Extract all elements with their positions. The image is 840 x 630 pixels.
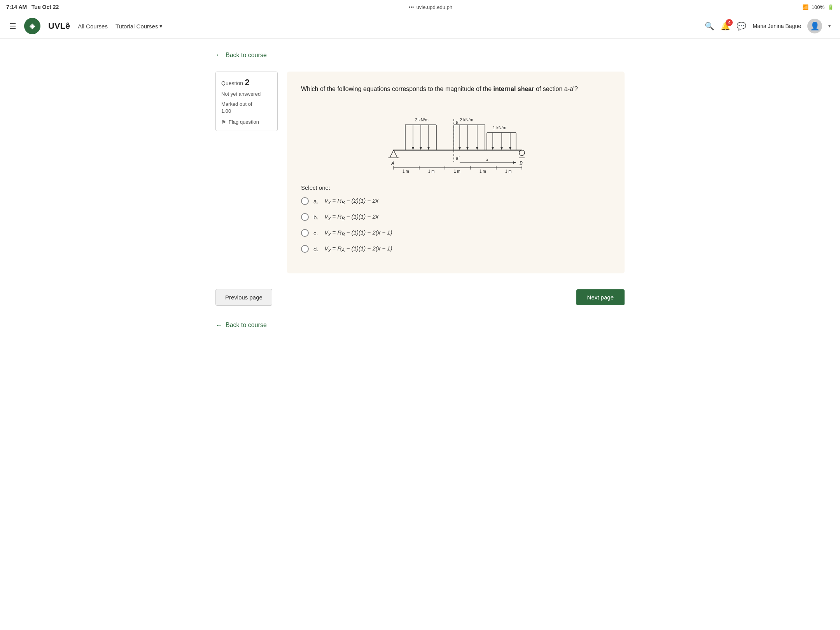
radio-a[interactable] — [301, 197, 309, 205]
option-d[interactable]: d. Vx = RA − (1)(1) − 2(x − 1) — [301, 245, 611, 253]
page-content: ← Back to course Question 2 Not yet answ… — [206, 38, 634, 354]
notification-badge: 4 — [726, 19, 733, 26]
navbar: ☰ ◈ UVLê All Courses Tutorial Courses ▾ … — [0, 14, 840, 38]
battery-icon: 🔋 — [828, 4, 834, 10]
quiz-container: Question 2 Not yet answered Marked out o… — [215, 72, 625, 273]
question-text: Which of the following equations corresp… — [301, 84, 611, 94]
battery-text: 100% — [812, 4, 824, 10]
option-b-letter: b. — [313, 214, 320, 220]
tutorial-courses-dropdown[interactable]: Tutorial Courses ▾ — [116, 23, 163, 30]
svg-text:2 kN/m: 2 kN/m — [415, 117, 429, 122]
svg-text:B: B — [520, 161, 523, 166]
svg-text:2 kN/m: 2 kN/m — [460, 117, 473, 122]
back-arrow-icon: ← — [215, 51, 222, 59]
question-marked: Marked out of 1.00 — [221, 101, 272, 115]
svg-text:1 m: 1 m — [428, 169, 435, 173]
beam-diagram-svg: 2 kN/m 2 kN/m — [382, 103, 530, 173]
back-to-course-label: Back to course — [226, 52, 267, 59]
status-url: ••• uvle.upd.edu.ph — [409, 4, 452, 10]
logo-text: UVLê — [48, 21, 70, 31]
question-label-line: Question 2 — [221, 77, 272, 88]
back-to-course-bottom[interactable]: ← Back to course — [215, 321, 625, 329]
logo-icon: ◈ — [24, 18, 40, 34]
option-c-text: Vx = RB − (1)(1) − 2(x − 1) — [324, 229, 392, 237]
status-indicators: 📶 100% 🔋 — [802, 4, 834, 10]
svg-text:x: x — [486, 157, 488, 162]
search-icon[interactable]: 🔍 — [705, 21, 714, 31]
footer-nav: Previous page Next page — [215, 289, 625, 318]
option-d-text: Vx = RA − (1)(1) − 2(x − 1) — [324, 245, 392, 253]
select-one-label: Select one: — [301, 184, 611, 191]
status-time: 7:14 AM Tue Oct 22 — [6, 4, 59, 10]
svg-text:a': a' — [456, 156, 460, 161]
option-b[interactable]: b. Vx = RB − (1)(1) − 2x — [301, 213, 611, 221]
back-arrow-bottom-icon: ← — [215, 321, 222, 329]
chevron-down-icon: ▾ — [159, 23, 163, 30]
option-b-text: Vx = RB − (1)(1) − 2x — [324, 213, 378, 221]
svg-text:1 m: 1 m — [480, 169, 486, 173]
options-list: a. Vx = RB − (2)(1) − 2x b. Vx = RB − (1… — [301, 197, 611, 253]
radio-c[interactable] — [301, 229, 309, 237]
nav-right: 🔍 🔔 4 💬 Maria Jenina Bague 👤 ▾ — [705, 19, 831, 33]
radio-d[interactable] — [301, 245, 309, 253]
svg-marker-35 — [513, 161, 516, 164]
notification-bell[interactable]: 🔔 4 — [721, 21, 730, 31]
bold-term: internal shear — [494, 86, 534, 92]
wifi-icon: 📶 — [802, 4, 808, 10]
svg-text:a: a — [456, 119, 458, 125]
previous-page-button[interactable]: Previous page — [215, 289, 272, 306]
option-a-text: Vx = RB − (2)(1) − 2x — [324, 197, 378, 205]
beam-diagram: 2 kN/m 2 kN/m — [301, 103, 611, 173]
question-status: Not yet answered — [221, 91, 272, 98]
option-d-letter: d. — [313, 246, 320, 252]
radio-b[interactable] — [301, 213, 309, 221]
svg-marker-37 — [390, 150, 397, 158]
hamburger-menu[interactable]: ☰ — [9, 21, 16, 31]
flag-question-button[interactable]: Flag question — [221, 119, 272, 125]
option-c-letter: c. — [313, 230, 320, 236]
option-a-letter: a. — [313, 198, 320, 205]
question-area: Which of the following equations corresp… — [287, 72, 625, 273]
all-courses-link[interactable]: All Courses — [78, 23, 108, 30]
status-bar: 7:14 AM Tue Oct 22 ••• uvle.upd.edu.ph 📶… — [0, 0, 840, 14]
svg-point-40 — [519, 150, 525, 156]
svg-text:1 m: 1 m — [505, 169, 512, 173]
svg-text:1 kN/m: 1 kN/m — [493, 125, 506, 130]
next-page-button[interactable]: Next page — [576, 289, 625, 305]
option-a[interactable]: a. Vx = RB − (2)(1) − 2x — [301, 197, 611, 205]
question-label: Question — [221, 80, 243, 86]
avatar[interactable]: 👤 — [807, 19, 822, 33]
back-to-course-top[interactable]: ← Back to course — [215, 51, 625, 59]
svg-text:1 m: 1 m — [454, 169, 460, 173]
question-number: 2 — [245, 77, 250, 87]
flag-label: Flag question — [229, 119, 259, 125]
url-text: uvle.upd.edu.ph — [416, 4, 453, 10]
user-name: Maria Jenina Bague — [752, 23, 801, 29]
question-sidebar: Question 2 Not yet answered Marked out o… — [215, 72, 278, 131]
svg-text:A: A — [391, 161, 394, 166]
option-c[interactable]: c. Vx = RB − (1)(1) − 2(x − 1) — [301, 229, 611, 237]
user-dropdown-chevron[interactable]: ▾ — [828, 23, 831, 29]
flag-icon — [221, 119, 226, 125]
svg-text:1 m: 1 m — [402, 169, 409, 173]
back-to-course-bottom-label: Back to course — [226, 322, 267, 329]
nav-left: ☰ ◈ UVLê All Courses Tutorial Courses ▾ — [9, 18, 163, 34]
dot1: ••• — [409, 4, 414, 10]
chat-icon[interactable]: 💬 — [737, 21, 746, 31]
